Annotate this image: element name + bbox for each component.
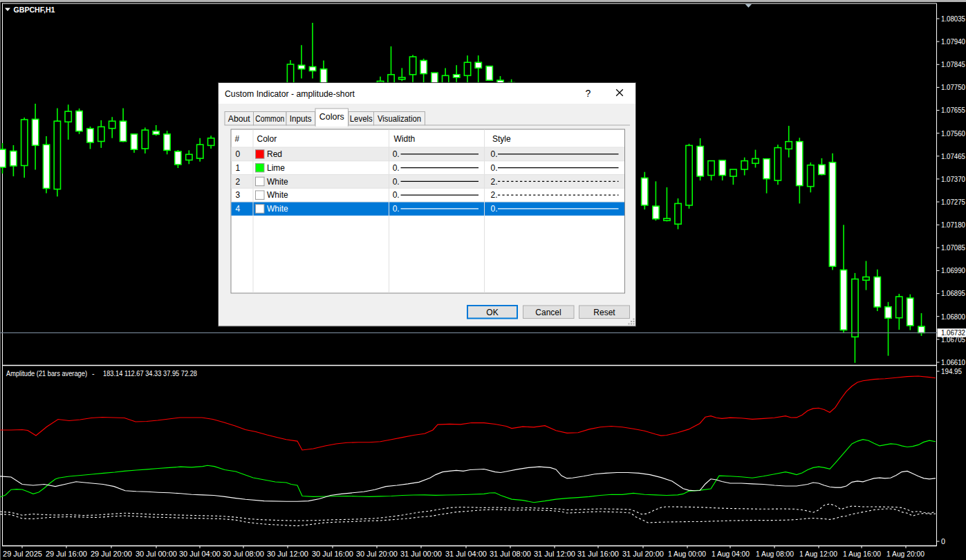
svg-text:0.: 0. [393,204,400,214]
svg-text:1.07465: 1.07465 [941,152,965,160]
svg-text:Custom Indicator - amplitude-s: Custom Indicator - amplitude-short [225,89,355,99]
svg-text:1 Aug 20:00: 1 Aug 20:00 [886,550,925,558]
svg-text:1 Aug 12:00: 1 Aug 12:00 [799,550,837,558]
svg-text:2.: 2. [491,177,498,187]
svg-text:31 Jul 08:00: 31 Jul 08:00 [490,550,531,558]
svg-text:Common: Common [255,114,284,124]
svg-text:0.: 0. [393,163,400,173]
svg-text:183.14 112.67 34.33 37.95 72.2: 183.14 112.67 34.33 37.95 72.28 [103,369,197,377]
svg-text:Lime: Lime [267,163,285,173]
svg-text:Width: Width [394,134,416,144]
svg-text:30 Jul 00:00: 30 Jul 00:00 [136,550,177,558]
svg-text:GBPCHF,H1: GBPCHF,H1 [14,6,56,14]
svg-text:OK: OK [486,308,498,317]
svg-text:Inputs: Inputs [290,114,312,124]
svg-text:31 Jul 16:00: 31 Jul 16:00 [577,550,619,558]
svg-text:-: - [92,369,95,377]
svg-text:Red: Red [267,149,282,159]
svg-text:1.06990: 1.06990 [941,266,965,274]
svg-text:1.07560: 1.07560 [941,129,965,138]
svg-text:30 Jul 04:00: 30 Jul 04:00 [179,550,221,558]
svg-text:1 Aug 04:00: 1 Aug 04:00 [712,550,750,558]
svg-text:0.: 0. [393,190,400,200]
svg-text:0.: 0. [393,177,400,187]
svg-text:0: 0 [236,149,241,159]
svg-text:30 Jul 12:00: 30 Jul 12:00 [267,550,308,558]
svg-text:29 Jul 16:00: 29 Jul 16:00 [46,550,87,558]
svg-text:0.: 0. [491,204,498,214]
svg-text:29 Jul 2025: 29 Jul 2025 [3,550,42,558]
svg-text:0: 0 [941,537,945,545]
svg-text:Amplitude (21 bars average): Amplitude (21 bars average) [6,369,87,377]
svg-text:Colors: Colors [319,112,344,122]
svg-text:White: White [267,204,288,214]
svg-text:0.: 0. [491,163,498,173]
svg-text:1.08035: 1.08035 [941,15,965,23]
svg-text:1 Aug 08:00: 1 Aug 08:00 [756,550,794,558]
svg-text:1.07085: 1.07085 [941,243,965,252]
svg-text:Style: Style [492,134,511,144]
svg-text:1: 1 [236,163,241,173]
svg-text:White: White [267,177,288,187]
svg-text:1.06610: 1.06610 [941,358,965,366]
svg-text:1.07940: 1.07940 [941,37,965,46]
svg-text:1.07655: 1.07655 [941,106,965,114]
svg-text:1.06732: 1.06732 [941,328,965,337]
svg-text:Visualization: Visualization [378,114,421,124]
svg-text:1.07750: 1.07750 [941,83,965,91]
svg-text:Levels: Levels [350,114,373,124]
svg-text:3: 3 [236,190,241,200]
svg-text:194.95: 194.95 [941,367,962,375]
svg-text:1.06895: 1.06895 [941,289,965,297]
svg-text:1 Aug 00:00: 1 Aug 00:00 [668,550,706,558]
svg-text:30 Jul 16:00: 30 Jul 16:00 [312,550,353,558]
svg-text:?: ? [586,88,591,99]
svg-text:0.: 0. [393,149,400,159]
svg-text:2: 2 [236,177,241,187]
svg-text:31 Jul 00:00: 31 Jul 00:00 [400,550,442,558]
svg-text:Color: Color [257,134,277,144]
svg-text:0.: 0. [491,149,498,159]
svg-text:31 Jul 04:00: 31 Jul 04:00 [445,550,487,558]
svg-text:Reset: Reset [593,308,615,317]
svg-text:2.: 2. [491,190,498,200]
svg-text:#: # [235,134,240,144]
svg-text:31 Jul 12:00: 31 Jul 12:00 [534,550,575,558]
svg-text:White: White [267,190,288,200]
svg-text:1 Aug 16:00: 1 Aug 16:00 [843,550,881,558]
svg-text:1.06800: 1.06800 [941,312,965,321]
svg-text:1.07180: 1.07180 [941,221,965,229]
svg-text:1.07845: 1.07845 [941,60,965,68]
svg-text:Cancel: Cancel [535,308,561,317]
svg-text:30 Jul 08:00: 30 Jul 08:00 [223,550,264,558]
svg-text:1.07275: 1.07275 [941,198,965,206]
svg-text:About: About [228,114,251,124]
svg-text:4: 4 [236,204,241,214]
svg-text:29 Jul 20:00: 29 Jul 20:00 [91,550,132,558]
svg-text:30 Jul 20:00: 30 Jul 20:00 [356,550,398,558]
svg-text:1.07370: 1.07370 [941,175,965,183]
svg-text:31 Jul 20:00: 31 Jul 20:00 [622,550,664,558]
